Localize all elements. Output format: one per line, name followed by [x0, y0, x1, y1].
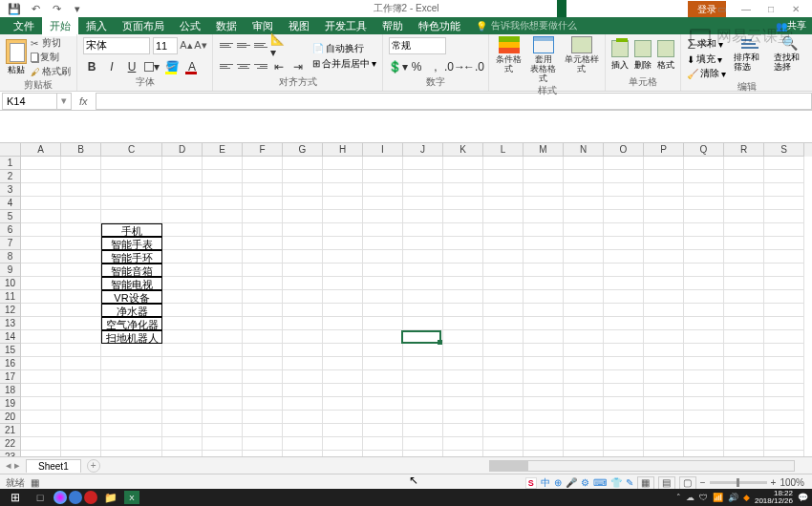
cell-S13[interactable] — [764, 317, 804, 330]
tab-file[interactable]: 文件 — [6, 16, 42, 36]
cell-J7[interactable] — [403, 237, 443, 250]
cell-M20[interactable] — [524, 411, 564, 424]
column-header-D[interactable]: D — [162, 143, 203, 157]
cell-G14[interactable] — [283, 330, 323, 344]
cell-H6[interactable] — [323, 223, 363, 237]
cell-D22[interactable] — [162, 437, 203, 451]
cell-G3[interactable] — [283, 183, 323, 197]
cell-D10[interactable] — [162, 277, 203, 290]
cell-N14[interactable] — [564, 330, 604, 344]
cell-I5[interactable] — [363, 210, 403, 223]
cell-H5[interactable] — [323, 210, 363, 223]
cell-P1[interactable] — [644, 157, 684, 170]
column-header-I[interactable]: I — [363, 143, 403, 157]
cell-A18[interactable] — [21, 384, 61, 397]
cell-F18[interactable] — [243, 384, 283, 397]
align-top-button[interactable] — [219, 39, 234, 53]
cell-S10[interactable] — [764, 277, 804, 290]
font-name-select[interactable] — [83, 37, 150, 54]
cell-I11[interactable] — [363, 290, 403, 304]
accounting-format-button[interactable]: 💲▾ — [389, 58, 406, 75]
cell-S7[interactable] — [764, 237, 804, 250]
cell-M21[interactable] — [524, 424, 564, 437]
cell-E8[interactable] — [203, 250, 243, 264]
cell-C17[interactable] — [101, 370, 162, 384]
cell-M2[interactable] — [524, 170, 564, 183]
cell-F22[interactable] — [243, 437, 283, 451]
cell-C6[interactable]: 手机 — [101, 223, 162, 237]
cell-L21[interactable] — [483, 424, 524, 437]
cell-D16[interactable] — [162, 357, 203, 370]
horizontal-scrollbar[interactable] — [489, 460, 795, 472]
cell-Q19[interactable] — [684, 397, 724, 411]
cell-Q4[interactable] — [684, 197, 724, 210]
cell-A22[interactable] — [21, 437, 61, 451]
cell-L3[interactable] — [483, 183, 524, 197]
cell-P4[interactable] — [644, 197, 684, 210]
cell-I20[interactable] — [363, 411, 403, 424]
cell-P3[interactable] — [644, 183, 684, 197]
bold-button[interactable]: B — [83, 58, 100, 75]
cell-J21[interactable] — [403, 424, 443, 437]
cell-H7[interactable] — [323, 237, 363, 250]
cell-B2[interactable] — [61, 170, 101, 183]
cell-F17[interactable] — [243, 370, 283, 384]
cell-P19[interactable] — [644, 397, 684, 411]
sheet-next-icon[interactable]: ▸ — [14, 459, 20, 472]
cell-K20[interactable] — [443, 411, 483, 424]
cell-S9[interactable] — [764, 264, 804, 277]
cell-C16[interactable] — [101, 357, 162, 370]
tell-me-search[interactable]: 💡告诉我你想要做什么 — [476, 19, 577, 32]
column-header-O[interactable]: O — [604, 143, 644, 157]
cell-M11[interactable] — [524, 290, 564, 304]
cell-R17[interactable] — [724, 370, 764, 384]
cell-L20[interactable] — [483, 411, 524, 424]
cell-C2[interactable] — [101, 170, 162, 183]
cell-E21[interactable] — [203, 424, 243, 437]
cells-area[interactable]: 手机智能手表智能手环智能音箱智能电视VR设备净水器空气净化器扫地机器人 — [21, 157, 812, 456]
cell-O20[interactable] — [604, 411, 644, 424]
row-header-21[interactable]: 21 — [0, 424, 21, 437]
cell-K16[interactable] — [443, 357, 483, 370]
cell-M8[interactable] — [524, 250, 564, 264]
status-icon-6[interactable]: ✎ — [626, 477, 633, 488]
cell-F15[interactable] — [243, 344, 283, 357]
cell-O17[interactable] — [604, 370, 644, 384]
number-format-select[interactable] — [389, 37, 446, 54]
cell-B13[interactable] — [61, 317, 101, 330]
row-header-5[interactable]: 5 — [0, 210, 21, 223]
task-view-button[interactable]: □ — [29, 490, 52, 505]
cell-H9[interactable] — [323, 264, 363, 277]
cell-F11[interactable] — [243, 290, 283, 304]
cell-N5[interactable] — [564, 210, 604, 223]
cell-L4[interactable] — [483, 197, 524, 210]
cell-D15[interactable] — [162, 344, 203, 357]
cell-S2[interactable] — [764, 170, 804, 183]
cell-P20[interactable] — [644, 411, 684, 424]
cell-G13[interactable] — [283, 317, 323, 330]
cell-A4[interactable] — [21, 197, 61, 210]
taskbar-app-1[interactable] — [53, 491, 67, 504]
cell-L19[interactable] — [483, 397, 524, 411]
view-pagebreak-button[interactable]: ▢ — [679, 476, 696, 490]
cell-D21[interactable] — [162, 424, 203, 437]
row-header-8[interactable]: 8 — [0, 250, 21, 264]
cell-S6[interactable] — [764, 223, 804, 237]
cell-F2[interactable] — [243, 170, 283, 183]
cell-K9[interactable] — [443, 264, 483, 277]
cell-C22[interactable] — [101, 437, 162, 451]
italic-button[interactable]: I — [103, 58, 120, 75]
cell-J10[interactable] — [403, 277, 443, 290]
cell-K3[interactable] — [443, 183, 483, 197]
cell-I19[interactable] — [363, 397, 403, 411]
column-header-R[interactable]: R — [724, 143, 764, 157]
cell-L12[interactable] — [483, 304, 524, 317]
cell-R12[interactable] — [724, 304, 764, 317]
cell-D17[interactable] — [162, 370, 203, 384]
cell-G6[interactable] — [283, 223, 323, 237]
cell-J13[interactable] — [403, 317, 443, 330]
cell-N11[interactable] — [564, 290, 604, 304]
cell-L22[interactable] — [483, 437, 524, 451]
cell-M18[interactable] — [524, 384, 564, 397]
row-header-15[interactable]: 15 — [0, 344, 21, 357]
